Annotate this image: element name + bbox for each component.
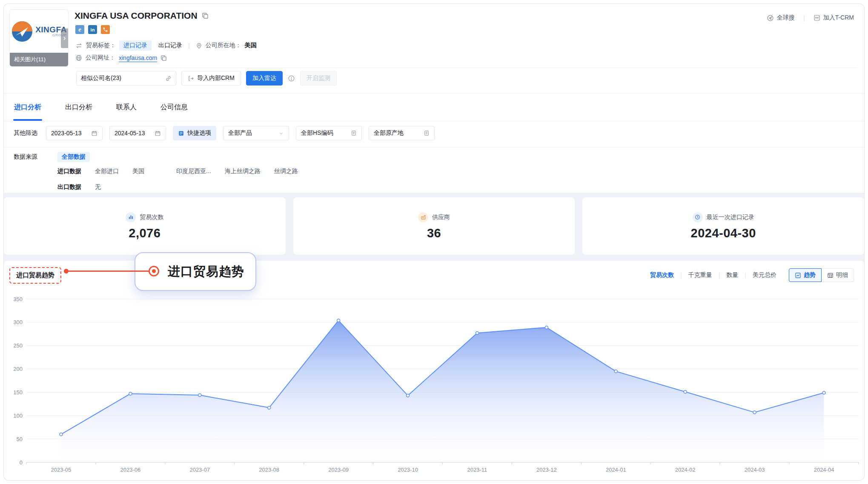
svg-text:2024-03: 2024-03 [745,467,765,473]
table-icon [827,272,834,279]
social-icons: e in [75,25,110,34]
tab-company-info[interactable]: 公司信息 [160,94,188,121]
export-data-label: 出口数据 [57,183,95,191]
import-item[interactable]: 美国 [132,168,144,175]
linkedin-icon[interactable]: in [88,25,97,34]
stat-label: 供应商 [432,214,450,221]
tcrm-icon [814,14,820,21]
import-icon [188,75,194,82]
all-hs-code-select[interactable]: 全部HS编码 [296,126,362,140]
stat-card-suppliers: 供应商 36 [293,197,575,255]
svg-text:2023-12: 2023-12 [536,467,557,473]
copy-icon[interactable] [202,12,209,19]
metric-trade-count[interactable]: 贸易次数 [650,271,674,279]
location-value: 美国 [245,42,257,49]
divider: | [803,14,805,21]
company-name: XINGFA USA CORPORATION [74,11,198,21]
svg-text:2023-11: 2023-11 [467,467,487,473]
divider [4,147,864,148]
toggle-trend-button[interactable]: 趋势 [789,268,822,282]
calendar-icon [155,130,161,137]
svg-text:2024-04: 2024-04 [814,467,834,473]
import-trend-panel: 进口贸易趋势 贸易次数 | 千克重量 | 数量 | 美元总价 趋势 [4,261,864,480]
svg-text:2023-10: 2023-10 [398,467,418,473]
svg-text:2023-08: 2023-08 [259,467,279,473]
stat-label: 最近一次进口记录 [707,214,754,221]
stat-value: 2,076 [129,226,160,240]
trend-area-chart[interactable]: 0501001502002503003502023-052023-062023-… [7,294,862,481]
join-tcrm-button[interactable]: 加入T-CRM [814,14,854,22]
view-toggle: 趋势 明细 [789,268,854,282]
filter-label: 其他筛选 [14,129,37,137]
all-data-tag[interactable]: 全部数据 [57,152,90,162]
website-icon[interactable]: e [75,25,84,34]
import-item[interactable]: 海上丝绸之路 [225,168,261,175]
svg-text:0: 0 [20,459,23,466]
import-item[interactable]: 全部进口 [95,168,119,175]
bar-chart-icon [126,212,136,222]
stat-value: 36 [427,226,441,240]
tab-export-analysis[interactable]: 出口分析 [65,94,92,121]
section-title-import-trend: 进口贸易趋势 [9,267,61,284]
import-item[interactable]: 印度尼西亚... [176,168,211,175]
clock-icon [693,212,703,222]
svg-text:350: 350 [13,296,23,302]
date-from-picker[interactable]: 2023-05-13 [46,126,103,140]
svg-text:100: 100 [13,413,23,419]
all-origin-select[interactable]: 全部原产地 [369,126,435,140]
svg-text:2024-02: 2024-02 [675,467,696,473]
svg-text:2023-07: 2023-07 [189,467,210,473]
swap-icon [75,42,83,49]
related-images-label[interactable]: 相关图片(11) [10,53,68,66]
divider: | [188,42,190,49]
info-icon[interactable] [288,75,295,82]
import-crm-button[interactable]: 导入内部CRM [181,71,241,85]
svg-text:2023-09: 2023-09 [328,467,349,473]
link-icon [165,75,172,82]
stat-cards: 贸易次数 2,076 供应商 36 [4,197,864,255]
similar-companies-selector[interactable]: 相似公司名(23) [76,71,176,85]
join-radar-button[interactable]: 加入雷达 [246,71,283,85]
metric-usd-total[interactable]: 美元总价 [753,271,776,279]
trend-icon [795,272,801,279]
tag-import-records[interactable]: 进口记录 [119,40,152,51]
import-data-label: 进口数据 [57,168,95,175]
tag-export-records[interactable]: 出口记录 [158,42,182,49]
import-item[interactable]: 丝绸之路 [274,168,298,175]
stat-value: 2024-04-30 [691,226,756,240]
website-label: 公司网址： [86,54,115,62]
toggle-detail-button[interactable]: 明细 [822,268,854,282]
svg-text:2023-05: 2023-05 [51,467,72,473]
annotation-dot [64,269,69,273]
global-search-icon [767,14,774,22]
svg-text:2024-01: 2024-01 [606,467,626,473]
company-logo: XINGFA GROUP [10,10,68,53]
globe-icon [75,54,82,61]
svg-text:150: 150 [13,389,23,396]
svg-text:2023-06: 2023-06 [120,467,141,473]
export-data-value: 无 [95,183,101,191]
company-logo-card[interactable]: XINGFA GROUP › 相关图片(11) [9,9,69,67]
tab-contacts[interactable]: 联系人 [116,94,137,121]
date-to-picker[interactable]: 2024-05-13 [109,126,166,140]
company-header: XINGFA GROUP › 相关图片(11) XINGFA USA CORPO… [4,4,864,193]
metric-quantity[interactable]: 数量 [726,271,738,279]
copy-icon[interactable] [160,55,167,61]
start-monitor-button[interactable]: 开启监测 [300,71,337,85]
target-icon [149,266,159,276]
all-products-select[interactable]: 全部产品 [223,126,289,140]
quick-options-button[interactable]: 快捷选项 [173,126,216,140]
pin-icon [196,43,202,49]
logo-next-button[interactable]: › [61,28,68,48]
svg-text:50: 50 [17,436,23,442]
svg-text:300: 300 [13,319,23,325]
doc-list-icon [351,130,357,136]
tab-import-analysis[interactable]: 进口分析 [14,94,41,121]
phone-icon[interactable] [101,25,110,34]
xingfa-logo-icon [11,20,33,43]
metric-kg-weight[interactable]: 千克重量 [688,271,712,279]
website-link[interactable]: xingfausa.com [119,54,157,61]
global-search-button[interactable]: 全球搜 [767,14,795,22]
chevron-down-icon [278,131,284,136]
import-data-items: 全部进口 美国 印度尼西亚... 海上丝绸之路 丝绸之路 [95,168,312,175]
